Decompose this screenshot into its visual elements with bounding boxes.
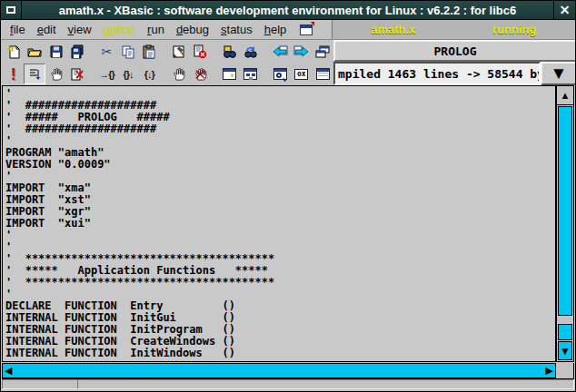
scroll-down-icon: ▼ [560, 345, 571, 358]
function-tree-icon [243, 68, 257, 80]
run-exclaim-icon: ! [11, 66, 16, 83]
compile-row: mpiled 1463 lines -> 58544 bytes ▼ [333, 62, 576, 85]
paste-button[interactable] [139, 41, 160, 62]
debug-dialog-icon: ✦ [223, 68, 236, 80]
halt-button[interactable] [189, 64, 210, 84]
magnifier-icon [276, 73, 282, 78]
close-button[interactable]: ✕ [553, 1, 575, 19]
scroll-down-button[interactable]: ▼ [558, 341, 572, 360]
toolbar-zone: ✂ [1, 40, 575, 85]
open-file-button[interactable] [24, 41, 45, 62]
code-line: ' ************************************** [5, 277, 555, 289]
save-all-icon [70, 44, 84, 59]
toolbar-row-1: ✂ [1, 40, 333, 63]
session-panel: amath.x running [332, 20, 575, 39]
halt-hand-icon [194, 67, 207, 81]
code-editor[interactable]: ' ' #################### ' ##### PROLOG … [2, 85, 556, 362]
goto-matching-brace-button[interactable]: {↓} [139, 64, 160, 84]
new-file-button[interactable] [3, 41, 24, 62]
compile-status: mpiled 1463 lines -> 58544 bytes [333, 62, 541, 85]
horizontal-scrollbar[interactable]: ◀ ▶ [2, 363, 556, 378]
dropdown-arrow-icon: ▼ [551, 64, 568, 83]
code-line: ' #################### [5, 123, 555, 135]
cut-icon: ✂ [102, 44, 113, 59]
goto-function-start-button[interactable]: →{} [96, 64, 117, 84]
run-button[interactable]: ! [3, 64, 24, 84]
vertical-scrollbar[interactable]: ▲ ▼ [556, 85, 574, 362]
auto-indent-button[interactable] [24, 64, 45, 84]
expression-watch-button[interactable]: ox [291, 64, 312, 84]
window-title: amath.x - XBasic : software development … [22, 1, 553, 19]
scroll-right-icon[interactable]: ▶ [546, 365, 553, 377]
info-panel: PROLOG mpiled 1463 lines -> 58544 bytes … [333, 40, 576, 85]
toolbar-columns: ✂ [1, 40, 333, 85]
goto-function-start-icon: →{} [99, 69, 114, 80]
save-all-button[interactable] [66, 41, 87, 62]
vertical-scroll-segment[interactable] [558, 324, 572, 340]
stop-edit-button[interactable] [66, 64, 87, 84]
menu-help[interactable]: help [262, 20, 290, 39]
detach-menu-button[interactable] [300, 20, 313, 39]
section-dropdown-button[interactable]: ▼ [541, 62, 576, 85]
debug-dialog-button[interactable]: ✦ [219, 64, 240, 84]
window-cascade-button[interactable] [313, 41, 333, 62]
navigate-back-button[interactable] [270, 41, 291, 62]
menu-status[interactable]: status [218, 20, 255, 39]
cut-button[interactable]: ✂ [96, 41, 117, 62]
copy-button[interactable] [117, 41, 138, 62]
code-line: INTERNAL FUNCTION InitWindows () [5, 348, 555, 359]
grid-view-icon [316, 68, 330, 80]
function-tree-button[interactable] [240, 64, 261, 84]
menu-view[interactable]: view [65, 20, 94, 39]
detach-menu-icon [300, 24, 313, 35]
titlebar: amath.x - XBasic : software development … [1, 1, 575, 20]
menu-file[interactable]: file [7, 20, 28, 39]
vertical-scroll-thumb[interactable] [558, 106, 572, 316]
inspect-window-button[interactable] [270, 64, 291, 84]
statusbar-cell-main [77, 379, 574, 389]
vertical-scroll-track[interactable] [557, 317, 573, 324]
menu-option[interactable]: option [101, 20, 138, 39]
inspect-window-icon [273, 68, 287, 80]
save-file-button[interactable] [45, 41, 66, 62]
save-file-icon [49, 44, 64, 59]
new-file-icon [6, 44, 21, 59]
navigate-forward-button[interactable] [291, 41, 312, 62]
delete-text-button[interactable] [189, 41, 210, 62]
compile-button[interactable] [168, 41, 189, 62]
goto-matching-brace-icon: {↓} [144, 69, 154, 80]
menu-run[interactable]: run [144, 20, 167, 39]
pause-hand-2-icon [172, 67, 185, 81]
window-menu-icon [6, 6, 15, 14]
goto-function-end-button[interactable]: {}↓ [117, 64, 138, 84]
find-button[interactable] [219, 41, 240, 62]
open-file-icon [27, 44, 42, 59]
delete-text-icon [193, 44, 207, 59]
find-next-button[interactable] [240, 41, 261, 62]
navigate-back-icon [273, 45, 288, 58]
goto-function-end-icon: {}↓ [123, 69, 133, 80]
expression-watch-icon: ox [294, 69, 308, 80]
pause-hand-icon [49, 67, 63, 81]
code-row: ' ' #################### ' ##### PROLOG … [2, 85, 574, 362]
paste-icon [142, 44, 156, 59]
scroll-left-icon[interactable]: ◀ [5, 365, 12, 377]
run-status-label: running [454, 20, 576, 39]
pause-button[interactable] [45, 64, 66, 84]
toolbar-row-2: ! →{} {}↓ {↓} [1, 63, 333, 85]
hscroll-row: ◀ ▶ [2, 363, 574, 378]
compile-hammer-icon [172, 44, 186, 59]
statusbar-cell-left [2, 379, 77, 389]
code-line: ' [5, 230, 555, 241]
menu-edit[interactable]: edit [35, 20, 59, 39]
close-icon: ✕ [560, 3, 571, 17]
xbasic-window: amath.x - XBasic : software development … [0, 0, 576, 392]
scroll-up-button[interactable]: ▲ [557, 86, 573, 105]
code-line: VERSION "0.0009" [5, 159, 555, 171]
code-line: IMPORT "xui" [5, 218, 555, 230]
menu-debug[interactable]: debug [174, 20, 212, 39]
window-cascade-icon [315, 44, 330, 59]
window-menu-button[interactable] [1, 1, 22, 19]
pause-2-button[interactable] [168, 64, 189, 84]
grid-view-button[interactable] [312, 64, 333, 84]
